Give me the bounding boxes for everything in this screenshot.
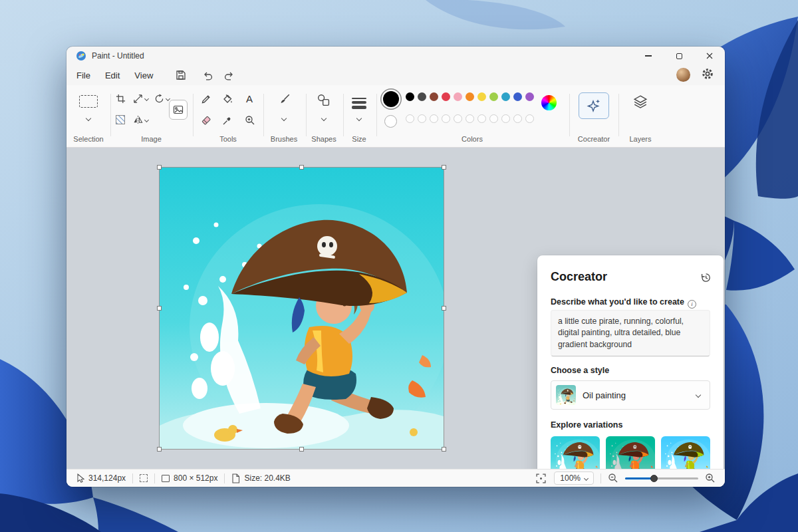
history-button[interactable] (700, 272, 712, 283)
shapes-group-label: Shapes (309, 135, 339, 143)
cocreator-sparkle-icon (587, 98, 601, 113)
rotate-icon[interactable] (154, 94, 164, 104)
chevron-down-icon[interactable] (356, 116, 362, 121)
selection-handle-ne[interactable] (442, 165, 446, 170)
menu-edit[interactable]: Edit (98, 68, 127, 83)
style-thumbnail (556, 385, 576, 405)
color-swatch-empty[interactable] (418, 114, 426, 123)
selection-group-label: Selection (70, 135, 106, 143)
color-swatch[interactable] (418, 92, 426, 101)
cocreator-panel: Cocreator Describe what you'd like to cr… (537, 255, 724, 487)
selection-tool-icon[interactable] (79, 95, 98, 108)
canvas-area[interactable]: Cocreator Describe what you'd like to cr… (66, 148, 725, 469)
color-swatch[interactable] (430, 92, 438, 101)
remove-background-button[interactable] (169, 100, 188, 120)
settings-button[interactable] (701, 67, 714, 80)
selection-handle-nw[interactable] (157, 165, 162, 170)
foreground-color-well[interactable] (383, 91, 399, 107)
cocreator-button[interactable] (579, 92, 609, 119)
resize-icon[interactable] (133, 94, 143, 104)
layers-group-label: Layers (622, 135, 658, 143)
color-swatch[interactable] (501, 92, 510, 101)
color-swatch-empty[interactable] (466, 114, 474, 123)
color-swatch[interactable] (454, 92, 462, 101)
info-icon[interactable]: i (688, 300, 696, 309)
paint-window: Paint - Untitled File Edit View (66, 47, 725, 487)
chevron-down-icon[interactable] (86, 116, 91, 121)
zoom-slider[interactable] (625, 473, 698, 483)
color-picker-icon[interactable] (222, 115, 233, 126)
color-swatch[interactable] (477, 92, 486, 101)
color-swatch[interactable] (525, 92, 534, 101)
cursor-position: 314,124px (76, 473, 126, 483)
selection-handle-sw[interactable] (157, 447, 162, 452)
chevron-down-icon[interactable] (281, 116, 287, 121)
tools-group: A Tools (197, 85, 259, 148)
redo-button[interactable] (219, 67, 239, 83)
edit-colors-wheel-icon[interactable] (541, 95, 557, 110)
color-swatch-empty[interactable] (406, 114, 414, 123)
zoom-out-icon[interactable] (608, 473, 618, 483)
variations-label: Explore variations (551, 420, 622, 430)
pencil-icon[interactable] (201, 94, 211, 104)
color-swatch[interactable] (513, 92, 522, 101)
color-swatch-empty[interactable] (442, 114, 450, 123)
eraser-icon[interactable] (201, 115, 211, 126)
menu-view[interactable]: View (127, 68, 160, 83)
fill-bucket-icon[interactable] (222, 94, 233, 104)
canvas-image[interactable] (160, 168, 444, 449)
minimize-icon (645, 55, 652, 56)
brush-icon[interactable] (277, 93, 291, 106)
crop-icon[interactable] (116, 94, 126, 104)
zoom-slider-thumb[interactable] (650, 475, 658, 482)
color-swatch-empty[interactable] (489, 114, 498, 123)
close-icon (706, 53, 713, 59)
background-color-well[interactable] (384, 115, 397, 128)
line-size-icon[interactable] (352, 96, 366, 111)
close-button[interactable] (694, 47, 725, 65)
pattern-icon[interactable] (116, 115, 125, 124)
magnifier-icon[interactable] (245, 115, 255, 126)
save-button[interactable] (171, 67, 191, 83)
account-avatar[interactable] (676, 68, 690, 82)
prompt-input[interactable]: a little cute pirate, running, colorful,… (551, 310, 710, 356)
shapes-group: Shapes (309, 85, 339, 148)
file-icon (231, 473, 240, 483)
describe-row: Describe what you'd like to createi (551, 295, 696, 309)
canvas-size-icon (162, 475, 170, 482)
color-swatch-empty[interactable] (513, 114, 522, 123)
color-swatch-empty[interactable] (430, 114, 438, 123)
minimize-button[interactable] (633, 47, 664, 65)
color-swatch[interactable] (406, 92, 414, 101)
undo-button[interactable] (198, 67, 217, 83)
color-swatch-empty[interactable] (501, 114, 510, 123)
menu-file[interactable]: File (69, 68, 98, 83)
color-swatch[interactable] (466, 92, 474, 101)
chevron-down-icon[interactable] (144, 118, 149, 122)
maximize-button[interactable] (664, 47, 694, 65)
color-swatch[interactable] (442, 92, 450, 101)
color-swatch-empty[interactable] (525, 114, 534, 123)
history-icon (700, 272, 712, 283)
color-swatch[interactable] (489, 92, 498, 101)
color-swatch-empty[interactable] (454, 114, 462, 123)
flip-icon[interactable] (133, 115, 143, 125)
fit-to-screen-icon[interactable] (536, 473, 546, 483)
color-swatch-empty[interactable] (477, 114, 486, 123)
image-group: Image (113, 85, 190, 148)
selection-handle-se[interactable] (442, 447, 446, 452)
chevron-down-icon[interactable] (144, 96, 149, 101)
style-dropdown[interactable]: Oil painting (551, 380, 710, 410)
layers-icon[interactable] (633, 94, 648, 109)
titlebar[interactable]: Paint - Untitled (66, 47, 725, 65)
text-tool-icon[interactable]: A (246, 94, 253, 104)
zoom-level-dropdown[interactable]: 100% (554, 471, 594, 485)
selection-handle-n[interactable] (299, 165, 304, 170)
zoom-in-icon[interactable] (705, 473, 716, 483)
selection-handle-e[interactable] (442, 306, 446, 311)
shapes-icon[interactable] (317, 94, 330, 106)
selection-handle-w[interactable] (157, 306, 162, 311)
selection-handle-s[interactable] (299, 447, 304, 452)
chevron-down-icon[interactable] (321, 116, 327, 121)
selection-group: Selection (70, 85, 106, 148)
